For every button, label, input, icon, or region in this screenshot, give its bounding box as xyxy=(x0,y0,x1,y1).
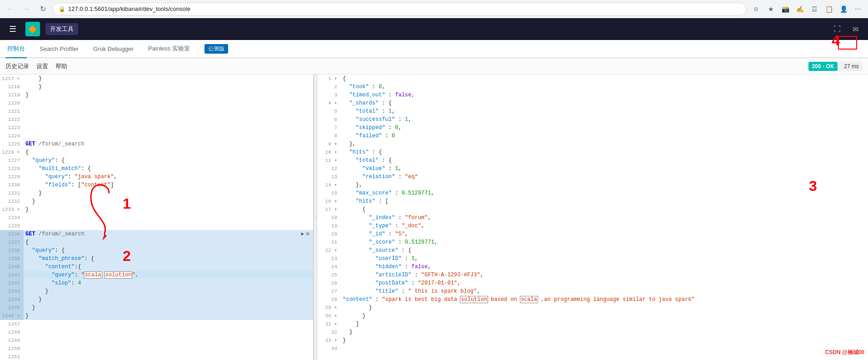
table-row: 11 ▾ "total" : { xyxy=(317,156,868,165)
main-content: 1217 ▾ } 1218 } 1219 } 1220 1221 xyxy=(0,75,868,360)
table-row: 24 "hidden" : false, xyxy=(317,263,868,271)
table-row: 1225 GET /forum/_search xyxy=(0,140,313,148)
run-controls[interactable]: ▶ ⚙ xyxy=(301,230,309,238)
favorites-button[interactable]: ☲ xyxy=(808,3,821,15)
forward-button[interactable]: → xyxy=(20,3,33,15)
tab-painless[interactable]: Painless 实验室 xyxy=(146,40,192,58)
run-icon[interactable]: ▶ xyxy=(301,230,304,238)
url-text: 127.0.0.1:5601/app/kibana#/dev_tools/con… xyxy=(68,5,190,12)
table-row: 1250 xyxy=(0,345,313,353)
table-row: 1248 xyxy=(0,328,313,336)
nav-tabs: 控制台 Search Profiler Grok Debugger Painle… xyxy=(0,40,868,58)
settings-button[interactable]: 设置 xyxy=(36,60,48,72)
table-row: 17 ▾ { xyxy=(317,205,868,214)
tab-search-profiler[interactable]: Search Profiler xyxy=(38,40,80,58)
table-row: 22 ▾ "_source" : { xyxy=(317,246,868,255)
secondary-toolbar: 历史记录 设置 帮助 200 - OK 27 ms xyxy=(0,58,868,75)
table-row: 1251 xyxy=(0,353,313,360)
table-row: 18 "_index" : "forum", xyxy=(317,214,868,222)
table-row: 10 ▾ "hits" : { xyxy=(317,148,868,156)
csdn-watermark: CSDN @楠城00 xyxy=(825,349,864,356)
table-row: 1240 "content":{ xyxy=(0,263,313,271)
browser-bar: ← → ↻ 🔒 127.0.0.1:5601/app/kibana#/dev_t… xyxy=(0,0,868,18)
address-bar[interactable]: 🔒 127.0.0.1:5601/app/kibana#/dev_tools/c… xyxy=(53,3,746,15)
table-row: 1242 "slop": 4 xyxy=(0,279,313,287)
tab-console[interactable]: 控制台 xyxy=(5,40,27,58)
table-row: 25 "articleID" : "GFTH-A-1293-#FJ3", xyxy=(317,271,868,279)
table-row: 1 ▾ { xyxy=(317,75,868,83)
left-editor-panel[interactable]: 1217 ▾ } 1218 } 1219 } 1220 1221 xyxy=(0,75,314,360)
table-row: 1224 xyxy=(0,132,313,140)
table-row: 4 ▾ "_shards" : { xyxy=(317,99,868,107)
table-row: 1228 "multi_match": { xyxy=(0,165,313,173)
table-row: 8 "failed" : 0 xyxy=(317,132,868,140)
table-row: 32 } xyxy=(317,328,868,336)
editor-content[interactable]: 1217 ▾ } 1218 } 1219 } 1220 1221 xyxy=(0,75,313,360)
profile-button[interactable]: 👤 xyxy=(837,3,850,15)
right-response-panel[interactable]: 1 ▾ { 2 "took" : 0, 3 "timed_out" : fals… xyxy=(317,75,868,360)
table-row: 1235 xyxy=(0,222,313,230)
table-row: 1238 "query": { xyxy=(0,246,313,255)
table-row: 1249 xyxy=(0,336,313,345)
panel-divider[interactable]: ⋮ xyxy=(314,75,317,360)
table-row: 33 ▾ } xyxy=(317,336,868,345)
app-wrapper: ← → ↻ 🔒 127.0.0.1:5601/app/kibana#/dev_t… xyxy=(0,0,868,360)
back-button[interactable]: ← xyxy=(4,3,16,15)
table-row: 1226 ▾ { xyxy=(0,148,313,156)
fullscreen-button[interactable]: ⛶ xyxy=(830,22,844,36)
status-badge: 200 - OK xyxy=(808,62,838,71)
wrench-icon[interactable]: ⚙ xyxy=(306,230,309,238)
bookmark-button[interactable]: ★ xyxy=(764,3,777,15)
tab-beta[interactable]: 公测版 xyxy=(203,40,230,58)
table-row: 5 "total" : 1, xyxy=(317,107,868,115)
hamburger-button[interactable]: ☰ xyxy=(5,22,20,36)
table-row: 1243 } xyxy=(0,287,313,295)
table-row: 1222 xyxy=(0,115,313,124)
mail-button[interactable]: ✉ xyxy=(848,22,863,36)
lock-icon: 🔒 xyxy=(59,6,65,12)
table-row: 1234 xyxy=(0,214,313,222)
table-row: 23 "userID" : 1, xyxy=(317,255,868,263)
more-button[interactable]: ⋯ xyxy=(852,3,864,15)
tab-grok-debugger[interactable]: Grok Debugger xyxy=(91,40,135,58)
table-row: 1233 ▾ } xyxy=(0,205,313,214)
table-row: 15 "max_score" : 0.5129771, xyxy=(317,189,868,197)
help-button[interactable]: 帮助 xyxy=(55,60,67,72)
table-row: 1247 xyxy=(0,320,313,328)
table-row: 1245 } xyxy=(0,304,313,312)
table-row: 1217 ▾ } xyxy=(0,75,313,83)
app-logo: 🔶 xyxy=(25,22,40,36)
share-button[interactable]: 📋 xyxy=(823,3,835,15)
table-row: 29 ▾ } xyxy=(317,304,868,312)
extension2-button[interactable]: ✍ xyxy=(793,3,806,15)
table-row: 3 "timed_out" : false, xyxy=(317,91,868,99)
table-row: 1230 "fields": ["content"] xyxy=(0,181,313,189)
refresh-button[interactable]: ↻ xyxy=(36,3,49,15)
table-row: 7 "skipped" : 0, xyxy=(317,124,868,132)
table-row: 1232 } xyxy=(0,197,313,205)
table-row: 1237 { xyxy=(0,238,313,246)
table-row: 20 "_id" : "5", xyxy=(317,230,868,238)
table-row: 1219 } xyxy=(0,91,313,99)
table-row: 12 "value" : 1, xyxy=(317,165,868,173)
table-row: 1223 xyxy=(0,124,313,132)
table-row: 1231 } xyxy=(0,189,313,197)
table-row: 9 ▾ }, xyxy=(317,140,868,148)
dev-tools-tab[interactable]: 开发工具 xyxy=(45,23,78,35)
table-row: 26 "postDate" : "2017-01-01", xyxy=(317,279,868,287)
table-row: 1221 xyxy=(0,107,313,115)
table-row: 34 xyxy=(317,345,868,353)
table-row: 21 "_score" : 0.5129771, xyxy=(317,238,868,246)
header-right: ⛶ ✉ xyxy=(830,22,863,36)
table-row: 1227 "query": { xyxy=(0,156,313,165)
response-content[interactable]: 1 ▾ { 2 "took" : 0, 3 "timed_out" : fals… xyxy=(317,75,868,360)
table-row: 1241 "query": "scala solution", xyxy=(0,271,313,279)
table-row: 2 "took" : 0, xyxy=(317,83,868,91)
history-button[interactable]: 历史记录 xyxy=(5,60,29,72)
table-row: 30 ▾ } xyxy=(317,312,868,320)
extension1-button[interactable]: 📸 xyxy=(779,3,792,15)
table-row: 1218 } xyxy=(0,83,313,91)
browser-actions: ⛭ ★ 📸 ✍ ☲ 📋 👤 ⋯ xyxy=(750,3,864,15)
table-row: 1246 ▾ } xyxy=(0,312,313,320)
translate-button[interactable]: ⛭ xyxy=(750,3,763,15)
